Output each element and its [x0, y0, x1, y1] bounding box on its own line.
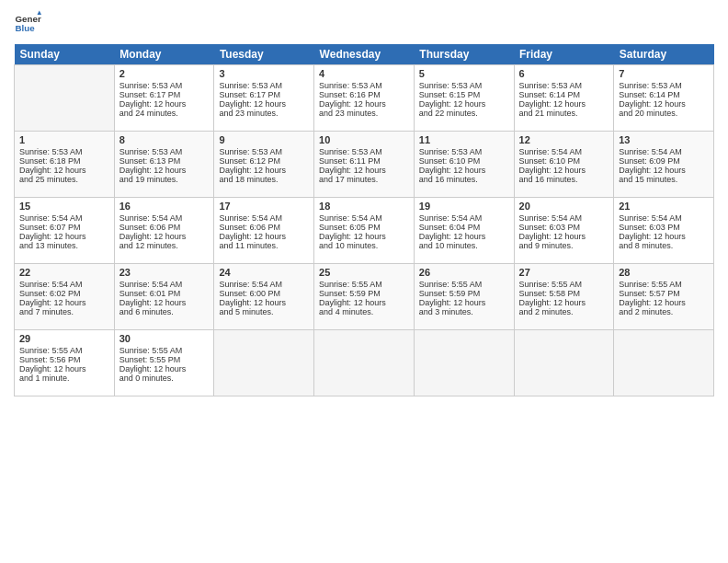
col-header-wednesday: Wednesday [314, 44, 415, 65]
day-info: Sunset: 6:17 PM [219, 90, 309, 99]
calendar-cell: 7Sunrise: 5:53 AMSunset: 6:14 PMDaylight… [614, 65, 714, 132]
day-info: Daylight: 12 hours [19, 166, 109, 175]
day-info: and 23 minutes. [319, 109, 409, 118]
day-info: and 2 minutes. [619, 307, 709, 316]
day-info: Sunset: 6:03 PM [519, 223, 609, 232]
day-info: Daylight: 12 hours [119, 298, 210, 307]
calendar-cell [314, 330, 415, 396]
day-info: Daylight: 12 hours [419, 166, 509, 175]
day-info: and 16 minutes. [419, 175, 509, 184]
day-info: Sunrise: 5:54 AM [519, 213, 609, 223]
day-info: Sunset: 6:16 PM [319, 90, 409, 99]
day-info: and 7 minutes. [19, 307, 109, 316]
day-info: Daylight: 12 hours [19, 232, 109, 241]
day-number: 28 [619, 267, 709, 278]
day-info: Sunset: 6:01 PM [119, 289, 210, 298]
day-info: Sunset: 5:59 PM [419, 289, 509, 298]
day-number: 8 [119, 134, 210, 145]
day-number: 24 [219, 267, 309, 278]
day-info: and 8 minutes. [619, 241, 709, 250]
day-number: 13 [619, 134, 709, 145]
day-info: Sunrise: 5:54 AM [319, 213, 409, 223]
day-info: Daylight: 12 hours [519, 99, 609, 109]
calendar-cell: 9Sunrise: 5:53 AMSunset: 6:12 PMDaylight… [214, 132, 314, 198]
day-info: Sunset: 6:14 PM [619, 90, 709, 99]
day-info: Daylight: 12 hours [119, 99, 210, 109]
col-header-friday: Friday [514, 44, 614, 65]
week-row-4: 29Sunrise: 5:55 AMSunset: 5:56 PMDayligh… [15, 330, 714, 396]
day-info: and 21 minutes. [519, 109, 609, 118]
day-info: Sunrise: 5:54 AM [19, 280, 109, 289]
day-info: Daylight: 12 hours [19, 364, 109, 373]
day-info: and 2 minutes. [519, 307, 609, 316]
day-info: Sunrise: 5:53 AM [219, 147, 309, 156]
day-info: and 4 minutes. [319, 307, 409, 316]
day-info: Daylight: 12 hours [619, 232, 709, 241]
day-number: 29 [19, 333, 109, 344]
day-number: 18 [319, 201, 409, 212]
calendar-cell [514, 330, 614, 396]
day-info: Sunrise: 5:55 AM [319, 280, 409, 289]
calendar-cell: 2Sunrise: 5:53 AMSunset: 6:17 PMDaylight… [114, 65, 214, 132]
day-info: Sunrise: 5:54 AM [419, 213, 509, 223]
day-info: Sunrise: 5:55 AM [419, 280, 509, 289]
day-info: Sunrise: 5:53 AM [419, 81, 509, 90]
day-info: and 11 minutes. [219, 241, 309, 250]
week-row-3: 22Sunrise: 5:54 AMSunset: 6:02 PMDayligh… [15, 264, 714, 330]
day-info: Sunset: 6:10 PM [519, 156, 609, 166]
day-info: Daylight: 12 hours [519, 166, 609, 175]
day-number: 30 [119, 333, 210, 344]
day-info: Daylight: 12 hours [619, 166, 709, 175]
day-info: Sunset: 6:06 PM [119, 223, 210, 232]
day-info: Sunrise: 5:53 AM [619, 81, 709, 90]
calendar-cell: 21Sunrise: 5:54 AMSunset: 6:03 PMDayligh… [614, 198, 714, 264]
day-info: and 6 minutes. [119, 307, 210, 316]
day-info: Sunrise: 5:53 AM [119, 81, 210, 90]
day-info: Sunset: 6:03 PM [619, 223, 709, 232]
day-number: 11 [419, 134, 509, 145]
day-info: and 17 minutes. [319, 175, 409, 184]
day-info: Daylight: 12 hours [419, 298, 509, 307]
day-info: Daylight: 12 hours [219, 99, 309, 109]
calendar-cell: 30Sunrise: 5:55 AMSunset: 5:55 PMDayligh… [114, 330, 214, 396]
day-info: Daylight: 12 hours [219, 298, 309, 307]
day-info: Sunset: 5:55 PM [119, 355, 210, 364]
day-info: Sunset: 6:10 PM [419, 156, 509, 166]
calendar-cell: 24Sunrise: 5:54 AMSunset: 6:00 PMDayligh… [214, 264, 314, 330]
header-row: SundayMondayTuesdayWednesdayThursdayFrid… [15, 44, 714, 65]
day-number: 4 [319, 68, 409, 79]
day-number: 16 [119, 201, 210, 212]
week-row-1: 1Sunrise: 5:53 AMSunset: 6:18 PMDaylight… [15, 132, 714, 198]
day-info: Sunset: 5:57 PM [619, 289, 709, 298]
day-info: and 10 minutes. [419, 241, 509, 250]
day-info: and 1 minute. [19, 373, 109, 383]
calendar-cell: 15Sunrise: 5:54 AMSunset: 6:07 PMDayligh… [15, 198, 115, 264]
day-info: and 13 minutes. [19, 241, 109, 250]
day-info: and 16 minutes. [519, 175, 609, 184]
calendar-cell: 8Sunrise: 5:53 AMSunset: 6:13 PMDaylight… [114, 132, 214, 198]
col-header-sunday: Sunday [15, 44, 115, 65]
day-info: Sunrise: 5:54 AM [219, 280, 309, 289]
week-row-2: 15Sunrise: 5:54 AMSunset: 6:07 PMDayligh… [15, 198, 714, 264]
calendar-cell: 4Sunrise: 5:53 AMSunset: 6:16 PMDaylight… [314, 65, 415, 132]
day-info: and 12 minutes. [119, 241, 210, 250]
day-number: 15 [19, 201, 109, 212]
day-info: Daylight: 12 hours [119, 232, 210, 241]
header: General Blue [14, 9, 714, 37]
col-header-tuesday: Tuesday [214, 44, 314, 65]
calendar-cell: 10Sunrise: 5:53 AMSunset: 6:11 PMDayligh… [314, 132, 415, 198]
day-info: Sunrise: 5:53 AM [519, 81, 609, 90]
calendar-cell [414, 330, 514, 396]
day-info: Daylight: 12 hours [119, 166, 210, 175]
day-info: Daylight: 12 hours [619, 99, 709, 109]
day-info: and 9 minutes. [519, 241, 609, 250]
calendar-cell: 29Sunrise: 5:55 AMSunset: 5:56 PMDayligh… [15, 330, 115, 396]
day-info: Sunrise: 5:54 AM [619, 213, 709, 223]
day-info: and 19 minutes. [119, 175, 210, 184]
day-info: Sunrise: 5:54 AM [19, 213, 109, 223]
day-info: Sunset: 6:18 PM [19, 156, 109, 166]
day-info: Sunrise: 5:54 AM [119, 213, 210, 223]
day-number: 22 [19, 267, 109, 278]
col-header-saturday: Saturday [614, 44, 714, 65]
calendar-cell: 22Sunrise: 5:54 AMSunset: 6:02 PMDayligh… [15, 264, 115, 330]
